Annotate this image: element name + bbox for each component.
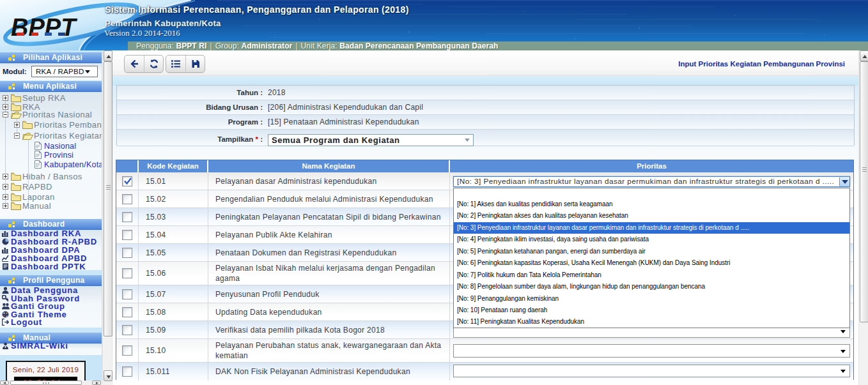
svg-text:BPPT: BPPT [11, 14, 77, 41]
